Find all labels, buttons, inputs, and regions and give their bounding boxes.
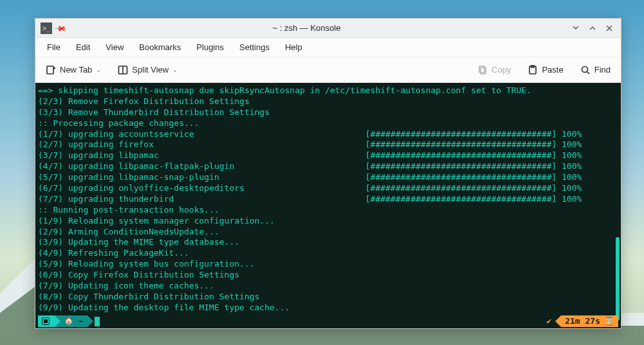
menu-help[interactable]: Help xyxy=(279,40,309,55)
terminal-line: (5/7) upgrading libpamac-snap-plugin [##… xyxy=(38,172,618,183)
terminal-line: (4/9) Refreshing PackageKit... xyxy=(38,248,618,259)
split-view-label: Split View xyxy=(132,65,169,75)
terminal[interactable]: ==> skipping timeshift-autosnap due skip… xyxy=(35,83,621,328)
terminal-line: :: Processing package changes... xyxy=(38,118,618,129)
terminal-line: (3/7) upgrading libpamac [##############… xyxy=(38,150,618,161)
prompt-distro-segment xyxy=(38,315,55,327)
minimize-button[interactable] xyxy=(569,22,582,35)
close-button[interactable] xyxy=(603,22,616,35)
terminal-line: ==> skipping timeshift-autosnap due skip… xyxy=(38,85,618,96)
svg-line-8 xyxy=(587,71,589,74)
split-view-icon xyxy=(118,65,128,75)
window-title: ~ : zsh — Konsole xyxy=(44,23,569,33)
terminal-line: (7/9) Updating icon theme caches... xyxy=(38,281,618,292)
terminal-line: (4/7) upgrading libpamac-flatpak-plugin … xyxy=(38,161,618,172)
terminal-line: (5/9) Reloading system bus configuration… xyxy=(38,259,618,270)
terminal-line: (7/7) upgrading thunderbird [###########… xyxy=(38,194,618,205)
check-icon: ✔ xyxy=(546,316,551,327)
terminal-line: (1/7) upgrading accountsservice [#######… xyxy=(38,129,618,140)
terminal-line: (2/3) Remove Firefox Distribution Settin… xyxy=(38,96,618,107)
paste-button[interactable]: Paste xyxy=(524,62,567,78)
konsole-window: >_ 📌 ~ : zsh — Konsole File Edit View Bo… xyxy=(35,18,621,329)
find-label: Find xyxy=(594,65,611,75)
menu-view[interactable]: View xyxy=(99,40,130,55)
menu-file[interactable]: File xyxy=(41,40,67,55)
home-icon: 🏠 xyxy=(64,317,73,326)
svg-point-7 xyxy=(582,66,587,72)
scrollbar[interactable] xyxy=(616,237,620,321)
maximize-button[interactable] xyxy=(586,22,599,35)
toolbar: New Tab ⌄ Split View ⌄ Copy Paste Find xyxy=(35,57,621,83)
prompt-path: ~ xyxy=(78,316,84,327)
menu-plugins[interactable]: Plugins xyxy=(190,40,230,55)
search-icon xyxy=(580,65,591,75)
terminal-line: :: Running post-transaction hooks... xyxy=(38,205,618,216)
terminal-line: (6/7) upgrading onlyoffice-desktopeditor… xyxy=(38,183,618,194)
elapsed-time: 21m 27s xyxy=(565,316,600,327)
chevron-down-icon: ⌄ xyxy=(172,66,178,73)
svg-rect-0 xyxy=(47,66,53,74)
menu-settings[interactable]: Settings xyxy=(233,40,276,55)
terminal-line: (9/9) Updating the desktop file MIME typ… xyxy=(38,303,618,314)
terminal-line: (6/9) Copy Firefox Distribution Settings xyxy=(38,270,618,281)
terminal-line: (3/3) Remove Thunderbird Distribution Se… xyxy=(38,107,618,118)
copy-icon xyxy=(477,65,488,75)
split-view-button[interactable]: Split View ⌄ xyxy=(114,62,181,78)
new-tab-button[interactable]: New Tab ⌄ xyxy=(42,62,105,78)
menu-edit[interactable]: Edit xyxy=(69,40,97,55)
elapsed-segment: 21m 27s ⌛ xyxy=(561,315,618,327)
prompt: 🏠 ~ ✔ 21m 27s ⌛ xyxy=(38,315,618,327)
menu-bookmarks[interactable]: Bookmarks xyxy=(133,40,187,55)
manjaro-icon xyxy=(42,317,50,325)
chevron-down-icon: ⌄ xyxy=(96,66,101,73)
find-button[interactable]: Find xyxy=(576,62,614,78)
menubar: File Edit View Bookmarks Plugins Setting… xyxy=(35,38,621,57)
hourglass-icon: ⌛ xyxy=(604,316,614,327)
prompt-path-segment: 🏠 ~ xyxy=(60,315,87,327)
paste-label: Paste xyxy=(542,65,563,75)
copy-button: Copy xyxy=(474,62,515,78)
terminal-line: (2/9) Arming ConditionNeedsUpdate... xyxy=(38,227,618,238)
paste-icon xyxy=(528,65,538,75)
cursor xyxy=(95,317,100,326)
titlebar: >_ 📌 ~ : zsh — Konsole xyxy=(35,19,621,38)
terminal-line: (2/7) upgrading firefox [###############… xyxy=(38,139,618,150)
copy-label: Copy xyxy=(492,65,511,75)
terminal-line: (8/9) Copy Thunderbird Distribution Sett… xyxy=(38,292,618,303)
new-tab-label: New Tab xyxy=(60,65,92,75)
terminal-line: (3/9) Updating the MIME type database... xyxy=(38,237,618,248)
terminal-line: (1/9) Reloading system manager configura… xyxy=(38,216,618,227)
new-tab-icon xyxy=(46,65,56,75)
